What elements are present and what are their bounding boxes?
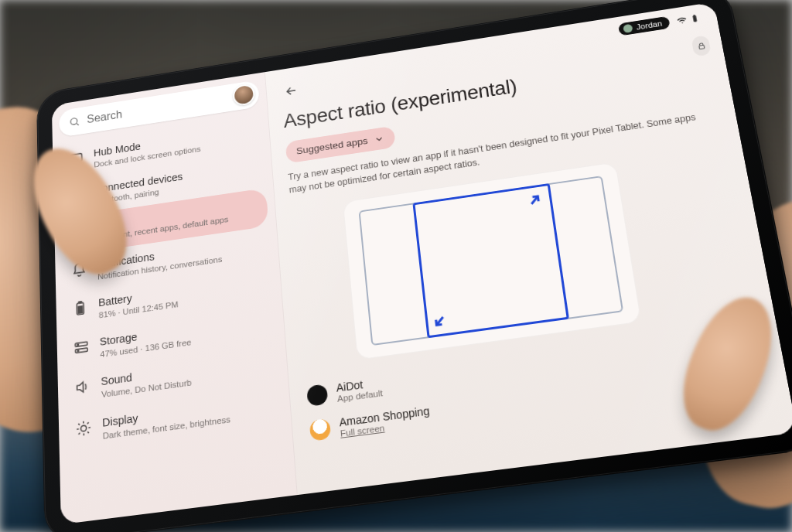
svg-point-21	[77, 350, 79, 352]
app-icon	[309, 418, 331, 442]
diagram-app-frame	[412, 183, 569, 338]
battery-status-icon	[689, 13, 701, 23]
wifi-icon	[676, 15, 688, 25]
display-icon	[75, 418, 92, 438]
battery-icon	[72, 299, 88, 318]
sidebar-item-sublabel: Dark theme, font size, brightness	[103, 414, 231, 442]
chip-label: Suggested apps	[296, 135, 369, 156]
expand-arrow-icon	[428, 309, 452, 332]
svg-rect-17	[78, 306, 82, 313]
search-placeholder: Search	[87, 108, 122, 126]
aspect-ratio-diagram	[343, 162, 642, 360]
screen: Search Hub ModeDock and lock screen opti…	[52, 2, 792, 524]
status-bar: Jordan	[618, 12, 701, 36]
sound-icon	[74, 378, 91, 397]
profile-chip[interactable]: Jordan	[618, 16, 671, 36]
settings-sidebar: Search Hub ModeDock and lock screen opti…	[52, 72, 298, 524]
app-icon	[306, 384, 328, 407]
storage-icon	[73, 338, 89, 356]
profile-dot-icon	[623, 24, 633, 33]
svg-rect-16	[79, 302, 81, 303]
sidebar-item-display[interactable]: DisplayDark theme, font size, brightness	[66, 384, 283, 454]
svg-point-0	[70, 118, 77, 124]
app-name: Amazon Shopping	[339, 404, 430, 429]
search-icon	[69, 115, 80, 128]
svg-rect-23	[692, 15, 697, 22]
app-state: App default	[336, 388, 383, 404]
tablet-device: Search Hub ModeDock and lock screen opti…	[36, 0, 792, 532]
arrow-left-icon	[284, 83, 299, 98]
app-state: Full screen	[340, 417, 431, 438]
chevron-down-icon	[374, 133, 385, 145]
sidebar-item-label: Sound	[101, 371, 132, 387]
expand-arrow-icon	[523, 189, 548, 212]
app-name: AiDot	[336, 376, 382, 394]
sidebar-item-label: Display	[102, 411, 138, 428]
svg-point-22	[80, 425, 86, 431]
back-button[interactable]	[281, 80, 302, 101]
svg-point-20	[77, 344, 79, 346]
profile-name: Jordan	[636, 19, 663, 32]
svg-line-1	[77, 123, 79, 125]
